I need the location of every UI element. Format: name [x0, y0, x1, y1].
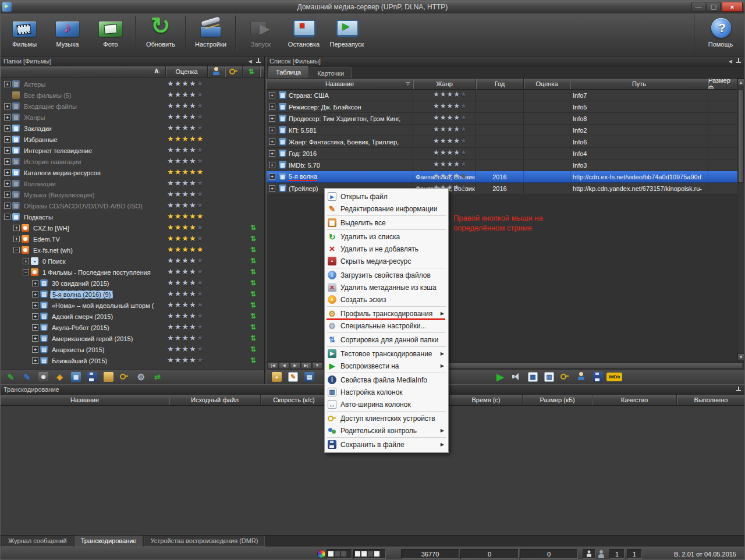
row-expander[interactable]: +: [269, 115, 275, 122]
tree-expander[interactable]: +: [4, 169, 10, 176]
tree-expander[interactable]: +: [13, 236, 20, 242]
filter-icon[interactable]: ▽: [406, 81, 410, 86]
tree-expander[interactable]: +: [4, 158, 10, 165]
menu-item[interactable]: Сохранить в файле▶: [325, 438, 448, 451]
table-button[interactable]: ▦: [527, 371, 538, 382]
menu-item[interactable]: ▶Воспроизвести на▶: [325, 360, 448, 372]
tree-expander[interactable]: −: [13, 247, 20, 253]
user-access-column-header[interactable]: [208, 66, 225, 77]
transcoding-column-header[interactable]: Качество: [593, 395, 677, 405]
tree-expander[interactable]: +: [4, 81, 10, 87]
tree-item[interactable]: +▤Американский герой (2015)★★★★★⇅: [1, 333, 264, 344]
tree-expander[interactable]: +: [4, 136, 10, 143]
column-header-name[interactable]: Название▽: [267, 79, 413, 89]
first-page-button[interactable]: |◀: [268, 362, 278, 369]
menu-item[interactable]: Доступ клиентских устройств: [325, 412, 448, 424]
row-expander[interactable]: +: [269, 139, 275, 145]
table-row[interactable]: +▦5-я волнаФантастика, Боевик2016★★★★★ht…: [267, 171, 737, 183]
tree-expander[interactable]: −: [4, 214, 10, 220]
menu-item[interactable]: ×Удалить метаданные из кэша: [325, 281, 448, 293]
name-column-header[interactable]: A: [1, 66, 166, 77]
row-expander[interactable]: +: [269, 185, 275, 192]
table-row[interactable]: +▦Страна: США★★★★★Info7: [267, 90, 737, 101]
menu-item[interactable]: Родительский контроль▶: [325, 424, 448, 437]
transcoding-column-header[interactable]: Исходный файл: [169, 395, 261, 405]
tree-item[interactable]: +▤«Нома» – мой идеальный шторм (★★★★★⇅: [1, 300, 264, 311]
edit-green-button[interactable]: ✎: [5, 371, 16, 382]
grid-button[interactable]: ▦: [70, 371, 81, 382]
tree-item[interactable]: +▦Жанры★★★★★: [1, 112, 264, 123]
close-button[interactable]: ×: [722, 2, 743, 12]
scroll-down-button[interactable]: ▼: [737, 353, 744, 361]
tree-expander[interactable]: +: [4, 103, 10, 109]
row-expander[interactable]: +: [269, 150, 275, 157]
tree-item[interactable]: Все фильмы (5)★★★★★: [1, 90, 264, 101]
tree-expander[interactable]: −: [23, 269, 29, 275]
row-expander[interactable]: +: [269, 127, 275, 133]
tree-item[interactable]: +▦Каталоги медиа-ресурсов★★★★★: [1, 167, 264, 178]
tree-item[interactable]: +◉Edem.TV★★★★★⇅: [1, 233, 264, 244]
tree-expander[interactable]: +: [23, 258, 29, 264]
play-button[interactable]: ▶: [495, 371, 506, 382]
menu-item[interactable]: ⇅Сортировка для данной папки: [325, 334, 448, 346]
save-button[interactable]: [87, 371, 98, 382]
tree-item[interactable]: +▦Входящие файлы★★★★★: [1, 101, 264, 112]
speaker-button[interactable]: [511, 371, 522, 382]
tree-expander[interactable]: +: [32, 313, 38, 320]
collapse-panel-button[interactable]: ◀: [249, 59, 252, 64]
refresh-button[interactable]: Обновить: [139, 15, 182, 54]
row-expander[interactable]: +: [269, 162, 275, 168]
tree-item[interactable]: +▤Адский смерч (2015)★★★★★⇅: [1, 311, 264, 322]
music-button[interactable]: Музыка: [46, 15, 89, 54]
sort-column-header[interactable]: ⇅: [243, 66, 260, 77]
menu-item[interactable]: iЗагрузить свойства файлов: [325, 269, 448, 281]
tree-item[interactable]: +▦Образы CD/SACD/DVD/DVD-A/BD (ISO)★★★★★: [1, 200, 264, 211]
tree-expander[interactable]: +: [4, 203, 10, 209]
menu-item[interactable]: ▪Скрыть медиа-ресурс: [325, 255, 448, 267]
last-page-button[interactable]: ▶|: [301, 362, 311, 369]
table-row[interactable]: +▦Режиссер: Дж. Блэйксон★★★★★Info5: [267, 101, 737, 113]
tree-expander[interactable]: +: [4, 192, 10, 198]
tree-item[interactable]: +▤5-я волна (2016) (9)★★★★★⇅: [1, 289, 264, 300]
tree-expander[interactable]: +: [32, 302, 38, 309]
imdb-button[interactable]: IMDb: [609, 371, 620, 382]
menu-item[interactable]: ▦Выделить все: [325, 217, 448, 229]
menu-item[interactable]: iСвойства файла MediaInfo: [325, 374, 448, 386]
tree-item[interactable]: +▦Закладки★★★★★: [1, 123, 264, 134]
help-button[interactable]: Помощь: [699, 15, 742, 54]
tree-expander[interactable]: +: [32, 346, 38, 353]
tree-expander[interactable]: +: [4, 125, 10, 132]
tree-expander[interactable]: +: [32, 291, 38, 297]
rating-column-header[interactable]: Оценка: [166, 66, 208, 77]
tree-item[interactable]: +▤30 свиданий (2015)★★★★★⇅: [1, 278, 264, 289]
tree-expander[interactable]: +: [32, 357, 38, 364]
table-row[interactable]: +▦IMDb: 5.70★★★★★Info3: [267, 160, 737, 171]
tab-table[interactable]: Таблица: [268, 66, 308, 78]
tree-item[interactable]: +▤Анархисты (2015)★★★★★⇅: [1, 344, 264, 355]
tree-item[interactable]: +▤Акула-Робот (2015)★★★★★⇅: [1, 322, 264, 333]
prev-page-button[interactable]: ◀: [279, 362, 289, 369]
tab-cards[interactable]: Карточки: [310, 68, 352, 78]
tree-item[interactable]: +▦История навигации★★★★★: [1, 156, 264, 167]
transcoding-column-header[interactable]: Размер (кБ): [523, 395, 593, 405]
column-header-5[interactable]: Размер ф: [708, 79, 737, 89]
transcoding-column-header[interactable]: Время (с): [450, 395, 523, 405]
column-header-4[interactable]: Путь: [570, 79, 708, 89]
settings-button[interactable]: Настройки: [189, 15, 232, 54]
tree-item[interactable]: −◉1 Фильмы - Последние поступления★★★★★⇅: [1, 267, 264, 278]
menu-item[interactable]: ●Создать эскиз: [325, 293, 448, 306]
menu-item[interactable]: ▶Тестовое транскодирование▶: [325, 348, 448, 360]
menu-item[interactable]: ×Удалить и не добавлять: [325, 243, 448, 255]
tree-item[interactable]: +▦Музыка (Визуализация)★★★★★: [1, 189, 264, 200]
menu-item[interactable]: ↻Удалить из списка: [325, 231, 448, 243]
menu-item[interactable]: ▸Открыть файл: [325, 190, 448, 203]
edit-blue-button[interactable]: ✎: [22, 371, 33, 382]
menu-item[interactable]: ⚙Специальные настройки...: [325, 320, 448, 332]
folder-open-button[interactable]: [103, 371, 114, 382]
key-button[interactable]: [560, 371, 571, 382]
table-row[interactable]: +▦Продюсер: Тим Хэдингтон, Грэм Кинг,★★★…: [267, 113, 737, 125]
stop-button[interactable]: Остановка: [282, 15, 325, 54]
table-width-button[interactable]: ▥: [544, 371, 555, 382]
tree-expander[interactable]: +: [4, 147, 10, 154]
menu-item[interactable]: ⚙Профиль транскодирования▶: [325, 307, 448, 320]
